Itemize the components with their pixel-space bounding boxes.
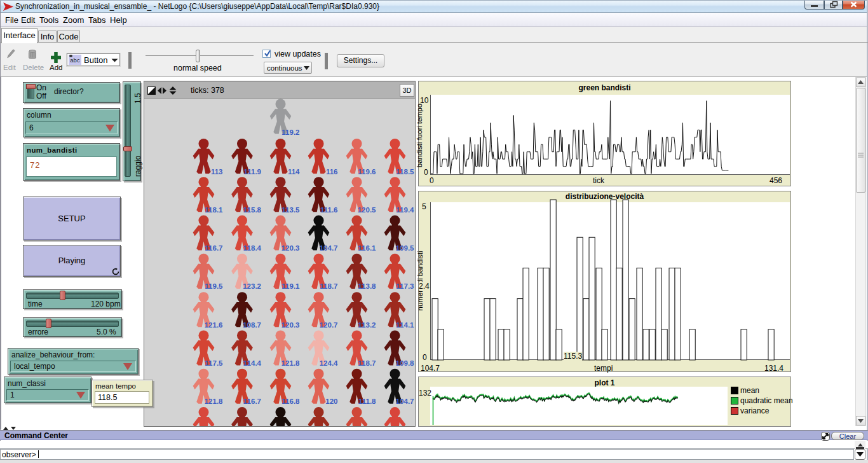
svg-text:114.1: 114.1 [396, 321, 414, 329]
svg-text:118.5: 118.5 [396, 168, 414, 176]
svg-text:123.2: 123.2 [243, 282, 261, 290]
svg-text:120.3: 120.3 [281, 321, 300, 329]
svg-text:118.7: 118.7 [320, 282, 337, 290]
svg-text:113.8: 113.8 [358, 282, 376, 290]
svg-text:116.8: 116.8 [281, 397, 300, 405]
svg-text:109.8: 109.8 [396, 359, 414, 367]
svg-text:118.4: 118.4 [243, 244, 262, 252]
svg-text:111.6: 111.6 [320, 206, 338, 214]
svg-text:119.4: 119.4 [396, 206, 414, 214]
svg-text:119.2: 119.2 [281, 128, 299, 136]
svg-text:118.1: 118.1 [205, 206, 223, 214]
svg-text:111.9: 111.9 [243, 168, 261, 176]
svg-text:120: 120 [325, 397, 337, 405]
svg-text:116.7: 116.7 [243, 397, 261, 405]
svg-text:121.8: 121.8 [205, 397, 223, 405]
svg-text:116.7: 116.7 [205, 244, 222, 252]
svg-text:109.5: 109.5 [396, 244, 414, 252]
svg-text:114.4: 114.4 [243, 359, 262, 367]
svg-text:113: 113 [211, 168, 223, 176]
svg-text:115.8: 115.8 [243, 206, 262, 214]
svg-text:104.7: 104.7 [320, 244, 338, 252]
svg-text:124.4: 124.4 [320, 359, 338, 367]
svg-text:119.5: 119.5 [205, 282, 223, 290]
svg-text:119.1: 119.1 [281, 282, 300, 290]
svg-text:119.6: 119.6 [358, 168, 376, 176]
svg-text:121.6: 121.6 [205, 321, 223, 329]
svg-text:113.2: 113.2 [358, 321, 376, 329]
svg-text:120.3: 120.3 [281, 244, 300, 252]
svg-text:111.8: 111.8 [358, 397, 376, 405]
svg-text:120.7: 120.7 [320, 321, 338, 329]
svg-text:104.7: 104.7 [396, 397, 414, 405]
svg-text:116.1: 116.1 [358, 244, 376, 252]
svg-text:121.8: 121.8 [281, 359, 300, 367]
svg-text:113.5: 113.5 [281, 206, 300, 214]
svg-text:117.3: 117.3 [396, 282, 414, 290]
svg-text:116: 116 [326, 168, 338, 176]
svg-text:108.7: 108.7 [243, 321, 261, 329]
svg-text:118.7: 118.7 [358, 359, 376, 367]
svg-text:120.5: 120.5 [358, 206, 376, 214]
svg-text:114: 114 [288, 168, 300, 176]
svg-text:117.5: 117.5 [205, 359, 223, 367]
